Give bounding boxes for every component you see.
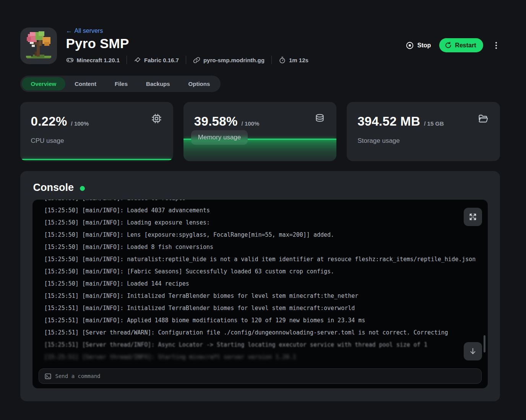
meta-label: 1m 12s: [289, 57, 308, 63]
expand-icon: [469, 213, 477, 221]
folder-icon: [478, 113, 489, 126]
cpu-usage-graph: [22, 159, 172, 160]
terminal-icon: [44, 373, 52, 380]
log-line: [15:25:50] [main/INFO]: [Fabric Seasons]…: [44, 265, 466, 278]
log-line: [15:25:50] [main/INFO]: Loaded 68 recipe…: [44, 200, 466, 204]
log-line: [15:25:50] [main/INFO]: Loaded 144 recip…: [44, 278, 466, 290]
gamepad-icon: [66, 56, 74, 64]
cpu-label: CPU usage: [31, 137, 64, 145]
more-options-button[interactable]: [492, 39, 500, 52]
stop-icon: [406, 41, 414, 50]
loader-icon: [134, 57, 141, 64]
scroll-to-bottom-button[interactable]: [464, 342, 482, 360]
cpu-card: 0.22% / 100% CPU usage: [20, 102, 173, 161]
page: ←All servers Pyro SMP Minecraft 1.20.1 F…: [20, 0, 500, 401]
memory-label: Memory usage: [191, 130, 248, 145]
database-icon: [315, 113, 325, 125]
memory-max: / 100%: [242, 120, 260, 127]
log-line: [15:25:50] [main/INFO]: naturalist:repti…: [44, 253, 466, 265]
all-servers-label: All servers: [75, 27, 103, 34]
fullscreen-button[interactable]: [464, 208, 482, 226]
log-lines: [15:25:50] [main/INFO]: Loaded 4037 adva…: [44, 204, 466, 339]
stop-button[interactable]: Stop: [406, 41, 431, 50]
meta-uptime: 1m 12s: [279, 57, 308, 64]
server-actions: Stop Restart: [406, 38, 500, 52]
console-log: [15:25:50] [main/INFO]: Loaded 68 recipe…: [32, 200, 488, 365]
server-avatar: [20, 27, 57, 64]
log-line: [15:25:50] [main/INFO]: Loaded 4037 adva…: [44, 204, 466, 216]
cpu-value: 0.22%: [31, 114, 67, 129]
tab-backups[interactable]: Backups: [137, 77, 179, 90]
restart-button[interactable]: Restart: [439, 38, 483, 52]
log-line-blurred: [15:25:51] [Server thread/INFO]: Async L…: [44, 339, 466, 351]
kebab-icon: [495, 42, 497, 44]
meta-label: Minecraft 1.20.1: [77, 57, 120, 63]
divider: [127, 56, 127, 64]
stat-cards: 0.22% / 100% CPU usage 39.58% / 100%: [20, 102, 500, 161]
console-panel: Console [15:25:50] [main/INFO]: Loaded 6…: [20, 171, 500, 401]
console-title: Console: [33, 182, 74, 194]
server-info: ←All servers Pyro SMP Minecraft 1.20.1 F…: [66, 27, 406, 64]
page-title: Pyro SMP: [66, 36, 406, 51]
log-line: [15:25:50] [main/INFO]: Loaded 8 fish co…: [44, 241, 466, 253]
log-line-blurred: [15:25:51] [Server thread/INFO]: Startin…: [44, 351, 466, 363]
log-line: [15:25:51] [main/INFO]: Initialized Terr…: [44, 302, 466, 314]
cpu-chip-icon: [151, 113, 162, 125]
link-icon: [193, 57, 200, 64]
meta-loader: Fabric 0.16.7: [134, 57, 179, 64]
arrow-down-icon: [469, 347, 477, 355]
log-line: [15:25:50] [main/INFO]: Loading exposure…: [44, 216, 466, 229]
storage-card: 394.52 MB / 15 GB Storage usage: [347, 102, 500, 161]
command-input[interactable]: [55, 373, 476, 379]
storage-max: / 15 GB: [424, 120, 444, 127]
back-arrow-icon: ←: [66, 27, 72, 34]
server-meta: Minecraft 1.20.1 Fabric 0.16.7 pyro-smp.…: [66, 56, 406, 64]
tab-overview[interactable]: Overview: [22, 77, 66, 90]
meta-label: Fabric 0.16.7: [144, 57, 179, 63]
command-bar: [39, 368, 482, 384]
seasons-tree-icon: [23, 30, 54, 61]
log-line: [15:25:51] [main/INFO]: Initialized Terr…: [44, 290, 466, 302]
server-header: ←All servers Pyro SMP Minecraft 1.20.1 F…: [20, 27, 500, 64]
divider: [186, 56, 186, 64]
storage-value: 394.52 MB: [357, 114, 420, 129]
log-line: [15:25:51] [main/INFO]: Applied 1488 bio…: [44, 314, 466, 326]
memory-card: 39.58% / 100% Memory usage: [183, 102, 336, 161]
meta-game-version: Minecraft 1.20.1: [66, 56, 120, 64]
restart-icon: [445, 42, 452, 49]
tab-options[interactable]: Options: [179, 77, 219, 90]
server-running-status-dot: [80, 186, 85, 191]
memory-value: 39.58%: [194, 114, 238, 129]
restart-label: Restart: [455, 42, 476, 49]
stopwatch-icon: [279, 57, 286, 64]
meta-subdomain: pyro-smp.modrinth.gg: [193, 57, 265, 64]
stop-label: Stop: [417, 42, 431, 49]
all-servers-link[interactable]: ←All servers: [66, 27, 103, 34]
meta-label: pyro-smp.modrinth.gg: [203, 57, 265, 63]
tab-content[interactable]: Content: [65, 77, 106, 90]
console-output[interactable]: [15:25:50] [main/INFO]: Loaded 68 recipe…: [32, 200, 488, 388]
divider: [271, 56, 272, 64]
cpu-max: / 100%: [71, 120, 89, 127]
log-line: [15:25:51] [Server thread/WARN]: Configu…: [44, 326, 466, 339]
tab-files[interactable]: Files: [106, 77, 137, 90]
storage-label: Storage usage: [357, 137, 400, 145]
log-line: [15:25:50] [main/INFO]: Lens [exposure:s…: [44, 229, 466, 241]
console-scrollbar[interactable]: [484, 335, 485, 352]
nav-tabs: Overview Content Files Backups Options: [20, 76, 221, 92]
